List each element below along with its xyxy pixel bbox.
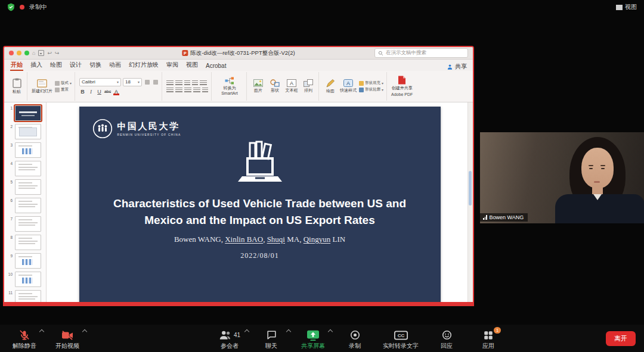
slide-thumbnail[interactable] bbox=[15, 198, 41, 213]
unmute-button[interactable]: 解除静音 bbox=[5, 328, 44, 350]
search-input[interactable]: 在演示文稿中搜索 bbox=[374, 48, 468, 58]
slide-thumbnail[interactable] bbox=[15, 235, 41, 250]
adobe-group: 创建并共享 Adobe PDF bbox=[388, 72, 416, 101]
undo-icon[interactable]: ↩ bbox=[47, 51, 52, 56]
paste-button[interactable]: 粘贴 bbox=[10, 78, 24, 94]
slide-thumbnail[interactable] bbox=[15, 253, 41, 269]
participant-video[interactable]: Bowen WANG bbox=[480, 132, 644, 223]
save-icon[interactable] bbox=[38, 50, 44, 56]
tab-insert[interactable]: 插入 bbox=[30, 60, 43, 71]
slide-title-line1: Characteristics of Used Vehicle Trade be… bbox=[79, 195, 441, 212]
tab-acrobat[interactable]: Acrobat bbox=[205, 61, 227, 71]
italic-button[interactable]: I bbox=[88, 88, 94, 95]
shape-fill-button[interactable]: 形状填充▾ bbox=[359, 80, 383, 86]
align-right-icon[interactable] bbox=[184, 88, 191, 93]
slide-thumbnail[interactable] bbox=[15, 179, 41, 195]
reset-button[interactable]: 重置 bbox=[55, 87, 72, 92]
view-menu-button[interactable]: 视图 bbox=[616, 3, 637, 11]
bold-button[interactable]: B bbox=[79, 88, 86, 95]
tab-animations[interactable]: 动画 bbox=[109, 60, 122, 71]
view-label: 视图 bbox=[625, 3, 637, 11]
author-name: Shuqi bbox=[267, 235, 285, 244]
font-group: Calibri▾ 18▾ B I U abc A bbox=[76, 72, 162, 101]
slide-thumbnail[interactable] bbox=[15, 142, 41, 158]
slide-thumbnail[interactable] bbox=[15, 272, 41, 287]
slide-thumbnail[interactable] bbox=[15, 105, 41, 121]
picture-button[interactable]: 图片 bbox=[251, 79, 265, 93]
create-pdf-button[interactable]: 创建并共享 Adobe PDF bbox=[391, 76, 413, 96]
slide-thumbnail-row: 7 bbox=[4, 216, 46, 232]
video-options-chevron-icon[interactable] bbox=[82, 329, 87, 334]
dropdown-icon: ▾ bbox=[382, 88, 383, 92]
tab-slideshow[interactable]: 幻灯片放映 bbox=[128, 60, 159, 71]
shapes-button[interactable]: 形状 bbox=[268, 79, 282, 93]
scrollbar-thumb[interactable] bbox=[469, 171, 472, 205]
tab-view[interactable]: 视图 bbox=[185, 60, 199, 71]
line-spacing-icon[interactable] bbox=[200, 80, 207, 86]
leave-meeting-button[interactable]: 离开 bbox=[606, 331, 636, 346]
slide-thumbnail[interactable] bbox=[15, 124, 41, 139]
font-color-button[interactable]: A bbox=[113, 88, 120, 95]
tab-review[interactable]: 审阅 bbox=[166, 60, 179, 71]
participant-name-tag: Bowen WANG bbox=[480, 213, 528, 222]
slide-thumbnail-row: 5 bbox=[4, 179, 46, 195]
arrange-icon bbox=[304, 79, 313, 87]
font-name-select[interactable]: Calibri▾ bbox=[79, 78, 121, 86]
live-transcript-button[interactable]: CC 实时转录文字 bbox=[377, 328, 425, 350]
chat-chevron-icon[interactable] bbox=[286, 329, 291, 334]
align-left-icon[interactable] bbox=[166, 88, 174, 93]
vertical-scrollbar[interactable] bbox=[467, 102, 473, 302]
share-chevron-icon[interactable] bbox=[328, 329, 333, 334]
participants-button[interactable]: 41 参会者 bbox=[210, 328, 249, 350]
start-video-button[interactable]: 开始视频 bbox=[48, 328, 87, 350]
slide-thumbnail[interactable] bbox=[15, 290, 41, 302]
slide-thumbnail[interactable] bbox=[15, 161, 41, 176]
zoom-window-button[interactable] bbox=[24, 51, 29, 55]
tab-design[interactable]: 设计 bbox=[69, 60, 82, 71]
participants-chevron-icon[interactable] bbox=[244, 329, 249, 334]
live-transcript-label: 实时转录文字 bbox=[383, 342, 419, 350]
tab-draw[interactable]: 绘图 bbox=[49, 60, 63, 71]
reactions-button[interactable]: 回应 bbox=[427, 328, 466, 350]
strikethrough-button[interactable]: abc bbox=[104, 88, 111, 95]
slide-thumbnail[interactable] bbox=[15, 216, 41, 232]
tab-home[interactable]: 开始 bbox=[10, 60, 23, 71]
share-screen-button[interactable]: 共享屏幕 bbox=[293, 328, 333, 350]
justify-icon[interactable] bbox=[193, 88, 200, 93]
participant-eye bbox=[589, 168, 593, 169]
numbered-list-icon[interactable] bbox=[175, 80, 182, 86]
grow-font-button[interactable] bbox=[144, 79, 150, 86]
layout-button[interactable]: 版式▾ bbox=[55, 80, 72, 86]
increase-indent-icon[interactable] bbox=[192, 80, 198, 86]
bullet-list-icon[interactable] bbox=[166, 80, 174, 86]
current-slide[interactable]: 中国人民大学 RENMIN UNIVERSITY OF CHINA bbox=[79, 107, 441, 303]
close-button[interactable] bbox=[9, 51, 14, 55]
decrease-indent-icon[interactable] bbox=[184, 80, 190, 86]
tab-transitions[interactable]: 切换 bbox=[89, 60, 102, 71]
convert-smartart-button[interactable]: 转换为SmartArt bbox=[216, 77, 243, 95]
font-size-select[interactable]: 18▾ bbox=[123, 78, 142, 86]
draw-button[interactable]: 绘图 bbox=[323, 79, 338, 94]
new-slide-button[interactable]: 新建幻灯片 bbox=[32, 79, 52, 94]
svg-text:A: A bbox=[290, 80, 293, 86]
shield-icon bbox=[7, 3, 15, 11]
chat-button[interactable]: 聊天 bbox=[252, 328, 291, 350]
home-icon[interactable]: ⌂ bbox=[32, 51, 35, 56]
university-name-en: RENMIN UNIVERSITY OF CHINA bbox=[117, 133, 181, 136]
textbox-button[interactable]: A 文本框 bbox=[284, 79, 299, 93]
slide-number: 9 bbox=[7, 253, 13, 258]
minimize-button[interactable] bbox=[17, 51, 21, 55]
textbox-label: 文本框 bbox=[286, 88, 298, 93]
share-document-button[interactable]: 共享 bbox=[447, 63, 467, 71]
shape-outline-button[interactable]: 形状轮廓▾ bbox=[359, 87, 383, 92]
align-center-icon[interactable] bbox=[175, 88, 182, 93]
quick-styles-button[interactable]: A 快速样式 bbox=[340, 79, 357, 93]
clear-format-button[interactable] bbox=[152, 79, 159, 86]
record-button[interactable]: 录制 bbox=[335, 328, 374, 350]
audio-options-chevron-icon[interactable] bbox=[39, 329, 44, 334]
columns-icon[interactable] bbox=[202, 88, 208, 93]
apps-button[interactable]: 1 应用 bbox=[469, 328, 508, 350]
underline-button[interactable]: U bbox=[96, 88, 103, 95]
arrange-button[interactable]: 排列 bbox=[301, 79, 315, 93]
redo-icon[interactable]: ↪ bbox=[55, 51, 60, 56]
